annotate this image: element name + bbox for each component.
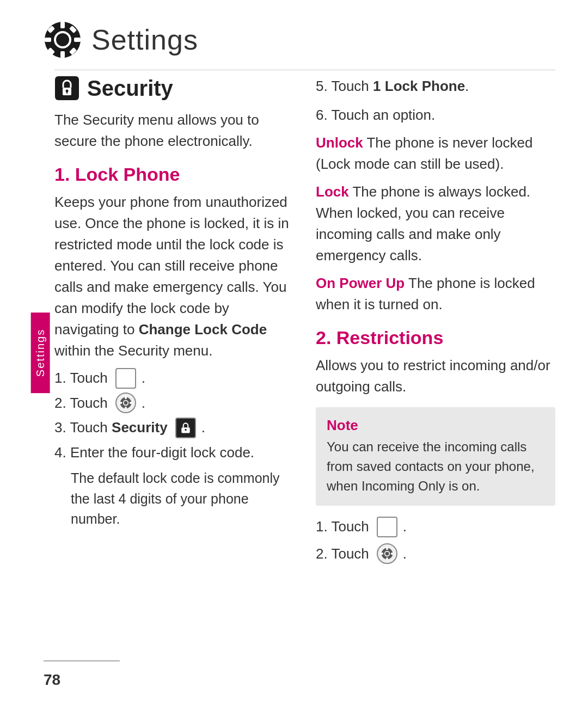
svg-rect-26 [381, 553, 383, 555]
step-3: 3. Touch Security . [54, 416, 294, 439]
security-title: Security [87, 76, 173, 101]
restrictions-heading: 2. Restrictions [316, 327, 555, 348]
svg-rect-17 [125, 407, 126, 409]
note-label: Note [327, 417, 544, 434]
gear-icon-step2 [115, 393, 136, 413]
security-intro: The Security menu allows you to secure t… [54, 109, 294, 152]
note-text: You can receive the incoming calls from … [327, 437, 544, 496]
lock-phone-heading: 1. Lock Phone [54, 164, 294, 185]
step-4: 4. Enter the four-digit lock code. [54, 442, 294, 464]
r-step-1: 1. Touch . [316, 516, 555, 538]
lock-phone-body: Keeps your phone from unauthorized use. … [54, 192, 294, 361]
svg-rect-25 [386, 557, 388, 560]
step-6: 6. Touch an option. [316, 105, 555, 126]
svg-rect-16 [125, 396, 126, 399]
header-title: Settings [91, 23, 198, 56]
onpowerup-option: On Power Up The phone is locked when it … [316, 273, 555, 315]
svg-rect-13 [66, 91, 68, 94]
page-number: 78 [44, 671, 60, 689]
note-box: Note You can receive the incoming calls … [316, 407, 555, 506]
r-step-2: 2. Touch . [316, 543, 555, 566]
bottom-divider [44, 660, 120, 661]
main-content: Security The Security menu allows you to… [0, 70, 588, 569]
restrictions-body: Allows you to restrict incoming and/or o… [316, 355, 555, 397]
page-header: Settings [0, 0, 588, 70]
left-column: Security The Security menu allows you to… [54, 76, 294, 569]
right-column: 5. Touch 1 Lock Phone. 6. Touch an optio… [316, 76, 555, 569]
step-5: 5. Touch 1 Lock Phone. [316, 76, 555, 97]
security-heading-icon [54, 76, 79, 101]
svg-rect-5 [74, 38, 81, 42]
svg-rect-24 [386, 547, 388, 550]
svg-rect-19 [130, 402, 132, 404]
security-heading: Security [54, 76, 294, 101]
svg-rect-3 [60, 51, 65, 58]
lock-phone-steps: 1. Touch . 2. Touch [54, 367, 294, 464]
svg-rect-4 [45, 38, 51, 42]
header-settings-icon [44, 21, 82, 59]
lock-option: Lock The phone is always locked. When lo… [316, 181, 555, 266]
grid-icon-r-step1 [377, 517, 397, 537]
step-4-sub: The default lock code is commonly the la… [71, 468, 294, 530]
gear-icon-r-step2 [377, 543, 397, 564]
sidebar-tab: Settings [31, 312, 50, 393]
unlock-option: Unlock The phone is never locked (Lock m… [316, 132, 555, 175]
svg-point-21 [185, 429, 186, 431]
step-2: 2. Touch . [54, 392, 294, 415]
lock-icon-step3 [175, 418, 196, 438]
restrictions-steps: 1. Touch . 2. Touch [316, 516, 555, 565]
svg-rect-27 [391, 553, 394, 555]
grid-icon-step1 [115, 368, 136, 389]
step-1: 1. Touch . [54, 367, 294, 390]
svg-rect-18 [119, 402, 122, 404]
svg-rect-2 [60, 22, 65, 28]
